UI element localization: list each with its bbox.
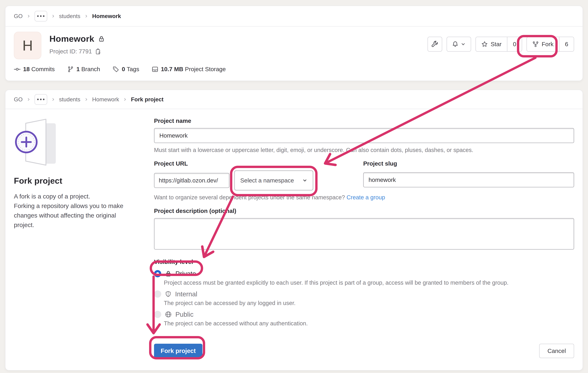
fork-intro-title: Fork project (14, 176, 141, 185)
breadcrumb-root[interactable]: GO (14, 96, 23, 103)
fork-count[interactable]: 6 (559, 37, 574, 51)
star-icon (481, 41, 488, 47)
bell-icon (452, 41, 458, 47)
star-count-value: 0 (513, 41, 516, 48)
notifications-dropdown-button[interactable] (447, 37, 471, 52)
visibility-level-label: Visibility level (154, 259, 574, 265)
ellipsis-icon (37, 15, 44, 17)
fork-intro-line2: Forking a repository allows you to make … (14, 201, 131, 230)
breadcrumb-project[interactable]: Homework (92, 96, 119, 103)
private-radio[interactable] (154, 270, 161, 277)
star-button-label: Star (491, 41, 502, 48)
internal-label: Internal (175, 290, 197, 298)
fork-button-group: Fork 6 (526, 37, 574, 52)
chevron-right-icon (27, 14, 31, 18)
commits-stat[interactable]: 18 Commits (14, 66, 55, 73)
breadcrumb: GO students Homework Fork project (5, 90, 583, 109)
breadcrumb-parent[interactable]: students (59, 96, 80, 103)
copy-to-clipboard-icon[interactable] (95, 48, 101, 55)
fork-count-value: 6 (565, 41, 568, 48)
commit-icon (14, 66, 21, 73)
chevron-down-icon (461, 42, 466, 47)
tags-stat[interactable]: 0 Tags (113, 66, 139, 73)
namespace-help: Want to organize several dependent proje… (154, 194, 574, 201)
chevron-right-icon (123, 98, 127, 101)
project-description-label: Project description (optional) (154, 208, 574, 214)
tag-icon (113, 66, 119, 73)
chevron-down-icon (302, 178, 307, 183)
visibility-option-internal[interactable]: Internal (154, 290, 574, 298)
project-slug-label: Project slug (363, 160, 574, 167)
project-name-label: Project name (154, 118, 574, 124)
internal-radio[interactable] (154, 291, 161, 298)
fork-button[interactable]: Fork (527, 37, 559, 51)
breadcrumb-parent[interactable]: students (59, 13, 80, 19)
project-title: Homework (49, 34, 94, 44)
fork-intro-line1: A fork is a copy of a project. (14, 192, 131, 201)
project-url-label: Project URL (154, 160, 315, 167)
internal-help: The project can be accessed by any logge… (164, 300, 574, 306)
wrench-icon (431, 41, 438, 48)
cancel-button[interactable]: Cancel (539, 344, 574, 358)
chevron-right-icon (51, 98, 55, 101)
lock-icon (165, 270, 172, 277)
namespace-help-text: Want to organize several dependent proje… (154, 194, 345, 201)
storage-stat[interactable]: 10.7 MB Project Storage (152, 66, 226, 73)
chevron-right-icon (84, 98, 88, 101)
public-help: The project can be accessed without any … (164, 320, 574, 327)
fork-project-card: GO students Homework Fork project Fork p… (5, 90, 583, 370)
visibility-option-public[interactable]: Public (154, 310, 574, 318)
disk-icon (152, 66, 158, 73)
public-label: Public (175, 311, 193, 318)
breadcrumb-current: Fork project (131, 96, 163, 103)
namespace-dropdown[interactable]: Select a namespace (234, 171, 313, 190)
fork-illustration (14, 117, 62, 167)
breadcrumb-current: Homework (92, 13, 121, 19)
project-id-label: Project ID: 7791 (49, 48, 92, 55)
create-group-link[interactable]: Create a group (346, 194, 385, 201)
star-button[interactable]: Star (476, 37, 507, 51)
lock-icon (98, 36, 105, 42)
private-help: Project access must be granted explicitl… (164, 280, 574, 286)
ellipsis-icon (37, 99, 44, 100)
chevron-right-icon (51, 14, 55, 18)
star-count[interactable]: 0 (507, 37, 522, 51)
branches-stat[interactable]: 1 Branch (67, 66, 100, 73)
project-stats: 18 Commits 1 Branch 0 Tags 10.7 MB Proje… (5, 66, 583, 73)
branch-icon (67, 66, 74, 73)
project-name-help: Must start with a lowercase or uppercase… (154, 147, 574, 153)
breadcrumb: GO students Homework (5, 6, 583, 27)
shield-icon (165, 291, 171, 297)
visibility-option-private[interactable]: Private (154, 270, 574, 278)
breadcrumb-root[interactable]: GO (14, 13, 23, 19)
breadcrumb-ellipsis-button[interactable] (34, 11, 47, 21)
breadcrumb-ellipsis-button[interactable] (34, 94, 47, 105)
project-name-input[interactable] (154, 128, 574, 143)
project-slug-input[interactable] (363, 172, 574, 187)
fork-button-label: Fork (542, 41, 554, 48)
maintenance-button[interactable] (428, 37, 442, 52)
project-header-card: GO students Homework H Homework Project … (5, 6, 583, 81)
globe-icon (165, 311, 172, 318)
star-button-group: Star 0 (475, 37, 522, 52)
fork-project-submit-button[interactable]: Fork project (154, 344, 202, 358)
fork-icon (532, 41, 539, 47)
project-avatar: H (14, 32, 41, 59)
project-url-base: https://gitlab.ozon.dev/ (154, 173, 230, 188)
chevron-right-icon (27, 98, 31, 101)
chevron-right-icon (84, 14, 88, 18)
public-radio[interactable] (154, 311, 161, 318)
project-description-textarea[interactable] (154, 218, 574, 250)
private-label: Private (175, 270, 196, 278)
namespace-dropdown-label: Select a namespace (240, 177, 294, 184)
